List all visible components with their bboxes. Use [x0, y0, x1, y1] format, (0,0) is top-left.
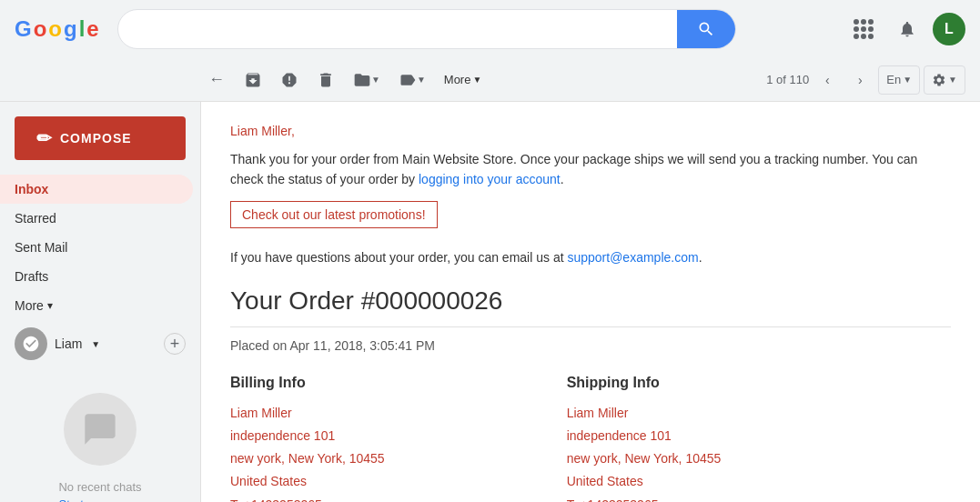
settings-button[interactable]: ▼: [924, 65, 965, 95]
compose-label: COMPOSE: [60, 131, 132, 146]
move-to-button[interactable]: ▼: [346, 64, 388, 96]
spam-button[interactable]: [273, 64, 306, 96]
settings-dropdown-icon: ▼: [948, 75, 957, 85]
start-chat-link[interactable]: Start a new one: [15, 497, 186, 502]
order-date: Placed on Apr 11, 2018, 3:05:41 PM: [230, 338, 951, 353]
shipping-address1: independence 101: [567, 428, 672, 443]
toolbar: ← ▼ ▼ More ▼ 1 of 110 ‹ › En ▼ ▼: [0, 58, 980, 102]
delete-button[interactable]: [309, 64, 342, 96]
apps-button[interactable]: [845, 11, 882, 47]
shipping-address2: new york, New York, 10455: [567, 451, 722, 466]
account-dropdown-icon: ▼: [91, 339, 100, 349]
support-email-link[interactable]: support@example.com: [567, 250, 698, 265]
billing-section: Billing Info Liam Miller independence 10…: [230, 375, 385, 502]
billing-details: Liam Miller independence 101 new york, N…: [230, 402, 385, 502]
shipping-name: Liam Miller: [567, 406, 629, 420]
notifications-button[interactable]: [889, 11, 925, 47]
shipping-phone: T: +1423253265: [567, 497, 659, 502]
email-content: Liam Miller, Thank you for your order fr…: [200, 102, 980, 502]
prev-page-button[interactable]: ‹: [813, 65, 842, 95]
next-page-button[interactable]: ›: [845, 65, 874, 95]
sidebar-item-starred[interactable]: Starred: [0, 204, 193, 233]
chat-avatar-placeholder: [64, 393, 136, 466]
more-dropdown-icon: ▼: [472, 75, 481, 85]
back-icon: ←: [208, 70, 225, 89]
add-account-button[interactable]: +: [164, 333, 186, 355]
sidebar-item-drafts[interactable]: Drafts: [0, 262, 193, 291]
google-logo: Google: [15, 16, 99, 42]
move-dropdown-icon: ▼: [371, 75, 380, 85]
account-bar[interactable]: Liam ▼ +: [0, 320, 200, 367]
shipping-heading: Shipping Info: [567, 375, 722, 391]
email-body-end: .: [561, 172, 564, 186]
compose-plus-icon: ✏: [36, 127, 53, 149]
email-support: If you have questions about your order, …: [230, 250, 951, 265]
sidebar-item-inbox[interactable]: Inbox: [0, 175, 193, 204]
email-body-1: Thank you for your order from Main Websi…: [230, 149, 951, 190]
email-body-text: Thank you for your order from Main Websi…: [230, 152, 917, 186]
apps-grid-icon: [854, 19, 874, 39]
compose-button[interactable]: ✏ COMPOSE: [15, 116, 186, 160]
lang-label: En: [886, 73, 901, 86]
search-bar: [117, 9, 736, 49]
add-icon: +: [170, 335, 180, 354]
chat-section: No recent chats Start a new one: [0, 367, 200, 502]
order-title: Your Order #000000026: [230, 286, 951, 316]
language-button[interactable]: En ▼: [878, 65, 920, 95]
sidebar: ✏ COMPOSE Inbox Starred Sent Mail Drafts…: [0, 102, 200, 502]
no-chats-text: No recent chats: [15, 480, 186, 494]
support-end: .: [699, 250, 702, 265]
back-button[interactable]: ←: [200, 64, 233, 96]
prev-icon: ‹: [825, 73, 830, 87]
sidebar-more-item[interactable]: More ▾: [0, 291, 193, 320]
search-input[interactable]: [118, 21, 677, 37]
more-label: More: [444, 73, 471, 86]
user-avatar[interactable]: L: [933, 13, 965, 45]
more-button[interactable]: More ▼: [437, 64, 490, 96]
label-button[interactable]: ▼: [391, 64, 433, 96]
billing-name: Liam Miller: [230, 406, 292, 420]
shipping-country: United States: [567, 474, 643, 488]
account-name: Liam: [55, 336, 82, 351]
email-greeting: Liam Miller,: [230, 124, 951, 138]
billing-phone: T: +1423253265: [230, 497, 322, 502]
more-nav-label: More: [15, 298, 44, 313]
billing-address1: independence 101: [230, 428, 335, 443]
billing-country: United States: [230, 474, 307, 488]
inbox-label: Inbox: [15, 182, 48, 196]
starred-label: Starred: [15, 211, 56, 226]
page-info: 1 of 110: [766, 73, 809, 86]
search-button[interactable]: [677, 10, 735, 48]
account-avatar: [15, 327, 47, 360]
sidebar-item-sent[interactable]: Sent Mail: [0, 233, 193, 262]
lang-dropdown-icon: ▼: [903, 75, 912, 85]
more-nav-arrow: ▾: [47, 299, 53, 312]
shipping-details: Liam Miller independence 101 new york, N…: [567, 402, 722, 502]
billing-address2: new york, New York, 10455: [230, 451, 385, 466]
shipping-section: Shipping Info Liam Miller independence 1…: [567, 375, 722, 502]
archive-button[interactable]: [237, 64, 269, 96]
order-info: Billing Info Liam Miller independence 10…: [230, 375, 951, 502]
main-layout: ✏ COMPOSE Inbox Starred Sent Mail Drafts…: [0, 102, 980, 502]
top-bar-right: L: [845, 11, 965, 47]
drafts-label: Drafts: [15, 269, 48, 284]
billing-heading: Billing Info: [230, 375, 385, 391]
order-divider: [230, 326, 951, 327]
sent-label: Sent Mail: [15, 240, 67, 255]
promo-button-wrapper: Check out our latest promotions!: [230, 201, 951, 239]
top-bar: Google L: [0, 0, 980, 58]
promo-button[interactable]: Check out our latest promotions!: [230, 201, 438, 228]
label-dropdown-icon: ▼: [417, 75, 426, 85]
support-text: If you have questions about your order, …: [230, 250, 567, 265]
page-navigation: 1 of 110 ‹ › En ▼ ▼: [766, 65, 965, 95]
login-link[interactable]: logging into your account: [419, 172, 561, 186]
next-icon: ›: [858, 73, 863, 87]
